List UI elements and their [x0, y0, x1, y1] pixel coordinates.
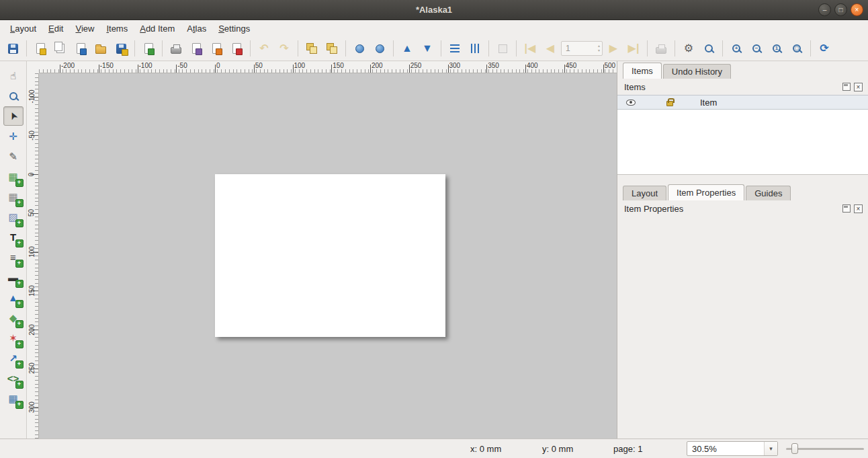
spinbox-arrows-icon[interactable]: ▴▾: [598, 42, 600, 55]
lower-selected-items-button[interactable]: ▼: [418, 39, 437, 58]
menu-items[interactable]: Items: [100, 22, 134, 36]
items-panel-buttons: ×: [842, 83, 863, 91]
tab-guides[interactable]: Guides: [746, 186, 791, 200]
preview-atlas-button[interactable]: [699, 39, 718, 58]
zoom-tool-button[interactable]: [3, 86, 24, 106]
atlas-settings-button[interactable]: ⚙: [679, 39, 698, 58]
print-layout-button[interactable]: [167, 39, 185, 58]
export-as-pdf-button[interactable]: [227, 39, 246, 58]
menu-layout[interactable]: Layout: [4, 22, 42, 36]
menu-add-item[interactable]: Add Item: [134, 22, 181, 36]
undo-button[interactable]: ↶: [255, 39, 273, 58]
zoom-combo-dropdown-icon[interactable]: ▾: [764, 442, 777, 455]
lock-selected-items-button[interactable]: [350, 39, 369, 58]
distribute-selected-items-button[interactable]: [466, 39, 484, 58]
close-button[interactable]: ×: [851, 3, 863, 16]
menu-edit[interactable]: Edit: [42, 22, 69, 36]
layout-canvas[interactable]: [39, 73, 617, 438]
export-as-image-button[interactable]: [187, 39, 206, 58]
ruler-tick: [564, 65, 565, 73]
atlas-next-feature-button[interactable]: ▶: [604, 39, 623, 58]
tab-items[interactable]: Items: [623, 63, 662, 79]
layout-manager-button[interactable]: [71, 39, 90, 58]
unlock-all-items-button[interactable]: [370, 39, 389, 58]
pan-layout-button[interactable]: ☝: [3, 66, 24, 85]
tab-undo-history[interactable]: Undo History: [663, 64, 731, 79]
layout-manager-icon: [77, 43, 85, 54]
edit-nodes-item-button[interactable]: ✎: [3, 147, 24, 166]
tab-item-properties[interactable]: Item Properties: [668, 184, 744, 200]
title-bar[interactable]: *Alaska1 –□×: [0, 0, 868, 20]
select-move-item-button[interactable]: ➤: [3, 106, 24, 126]
menu-view[interactable]: View: [69, 22, 100, 36]
add-picture-button[interactable]: ▨: [3, 207, 24, 227]
items-panel-float-icon[interactable]: [842, 83, 851, 91]
add-items-from-template-button[interactable]: [91, 39, 110, 58]
add-marker-button[interactable]: ✶: [3, 328, 24, 348]
menu-settings[interactable]: Settings: [212, 22, 256, 36]
move-item-content-button[interactable]: ✛: [3, 126, 24, 146]
atlas-page-spinbox[interactable]: 1▴▾: [561, 41, 603, 56]
zoom-out-button[interactable]: −: [747, 39, 766, 58]
item-properties-float-icon[interactable]: [842, 204, 851, 213]
redo-button[interactable]: ↷: [275, 39, 294, 58]
ruler-label: 0: [27, 170, 36, 178]
page-readout: page: 1: [613, 444, 642, 454]
minimize-button[interactable]: –: [818, 3, 831, 16]
save-items-as-template-button[interactable]: [112, 39, 130, 58]
add-arrow-button[interactable]: ↗: [3, 348, 24, 368]
atlas-previous-feature-button[interactable]: ◀: [541, 39, 560, 58]
refresh-view-icon: ⟳: [820, 43, 828, 54]
atlas-first-feature-button[interactable]: |◀: [521, 39, 539, 58]
add-3d-map-button[interactable]: ▦: [3, 187, 24, 206]
save-project-icon: [8, 44, 18, 54]
add-html-frame-button[interactable]: <>: [3, 369, 24, 388]
vertical-ruler[interactable]: -100-50050100150200250300: [27, 73, 39, 438]
add-legend-button[interactable]: ≡: [3, 247, 24, 267]
toolbar-separator: [298, 40, 298, 56]
ruler-label: 300: [27, 404, 36, 412]
zoom-actual-size-button[interactable]: 1: [767, 39, 786, 58]
tab-layout[interactable]: Layout: [623, 186, 666, 200]
export-as-svg-button[interactable]: [207, 39, 226, 58]
save-project-button[interactable]: [3, 39, 22, 58]
new-layout-button[interactable]: [31, 39, 50, 58]
item-properties-close-icon[interactable]: ×: [854, 204, 863, 213]
print-atlas-button[interactable]: [652, 39, 670, 58]
add-map-button[interactable]: ▦: [3, 167, 24, 186]
zoom-slider[interactable]: [786, 443, 864, 454]
ruler-label: 150: [333, 62, 344, 69]
ruler-tick: [99, 65, 99, 73]
visibility-column-eye-icon: [626, 100, 636, 106]
resize-selected-items-button[interactable]: [493, 39, 512, 58]
duplicate-layout-button[interactable]: [51, 39, 70, 58]
add-scale-bar-button[interactable]: ▬: [3, 268, 24, 287]
zoom-level-combobox[interactable]: 30.5% ▾: [687, 441, 778, 456]
menu-atlas[interactable]: Atlas: [181, 22, 212, 36]
raise-selected-items-button[interactable]: ▲: [398, 39, 417, 58]
refresh-view-button[interactable]: ⟳: [815, 39, 834, 58]
zoom-slider-handle[interactable]: [791, 443, 798, 454]
item-column-header: Item: [700, 98, 717, 108]
add-label-button[interactable]: T: [3, 227, 24, 247]
undo-icon: ↶: [259, 43, 268, 54]
layout-page[interactable]: [215, 174, 445, 337]
toolbar-separator: [134, 40, 135, 56]
toolbar-separator: [345, 40, 346, 56]
add-attribute-table-button[interactable]: ▦: [3, 389, 24, 408]
align-selected-items-button[interactable]: [445, 39, 464, 58]
items-list[interactable]: [617, 110, 868, 175]
zoom-full-extent-button[interactable]: ◻: [787, 39, 806, 58]
add-pages-button[interactable]: [139, 39, 158, 58]
add-north-arrow-button[interactable]: ▲: [3, 288, 24, 307]
horizontal-ruler[interactable]: -200-150-100-500501001502002503003504004…: [39, 61, 617, 73]
add-shape-button[interactable]: ◆: [3, 308, 24, 328]
duplicate-layout-icon: [54, 42, 62, 51]
ruler-label: -50: [27, 131, 36, 139]
ungroup-items-button[interactable]: [322, 39, 341, 58]
maximize-button[interactable]: □: [834, 3, 847, 16]
atlas-last-feature-button[interactable]: ▶|: [624, 39, 643, 58]
zoom-in-button[interactable]: +: [727, 39, 746, 58]
group-items-button[interactable]: [302, 39, 321, 58]
items-panel-close-icon[interactable]: ×: [854, 83, 863, 91]
